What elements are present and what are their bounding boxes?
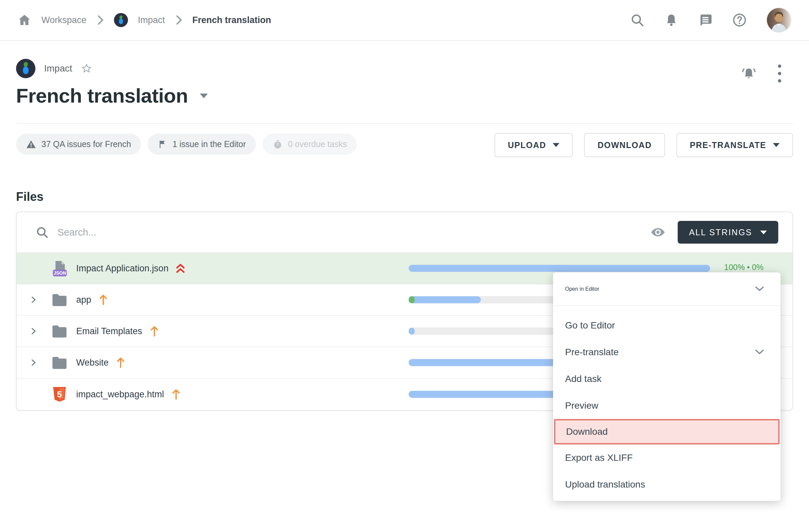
project-logo (16, 59, 35, 78)
flag-icon (158, 139, 167, 149)
help-icon[interactable] (732, 13, 747, 28)
menu-item-pre-translate[interactable]: Pre-translate (553, 339, 780, 365)
chevron-down-icon (755, 286, 764, 292)
user-avatar[interactable] (766, 7, 792, 33)
translated-progress-fill (409, 296, 481, 304)
menu-item-label: Open in Editor (565, 286, 599, 292)
file-context-menu: Open in Editor Go to Editor Pre-translat… (553, 272, 780, 501)
translated-progress-fill (409, 328, 415, 335)
files-search-row: ALL STRINGS (17, 212, 792, 253)
overdue-tasks-label: 0 overdue tasks (288, 139, 347, 149)
star-favorite-icon[interactable] (81, 63, 92, 74)
project-logo-small (114, 13, 128, 27)
stopwatch-icon (273, 139, 283, 149)
menu-item-label: Upload translations (565, 479, 645, 490)
priority-high-icon (171, 389, 181, 400)
breadcrumb-workspace[interactable]: Workspace (41, 15, 87, 25)
menu-item-preview[interactable]: Preview (553, 392, 780, 419)
approved-progress-fill (409, 296, 415, 304)
breadcrumb: Workspace Impact French translation (17, 13, 271, 27)
json-file-icon: JSON (49, 259, 69, 278)
page-title: French translation (16, 84, 188, 107)
search-icon (35, 226, 49, 239)
chevron-right-icon (175, 15, 183, 25)
menu-item-label: Pre-translate (565, 347, 619, 358)
breadcrumb-french-translation: French translation (192, 15, 271, 25)
download-button[interactable]: DOWNLOAD (584, 133, 665, 157)
pre-translate-dropdown-caret-icon (773, 143, 779, 147)
files-search-input[interactable] (49, 227, 650, 238)
menu-item-label: Go to Editor (565, 320, 615, 331)
qa-issues-badge[interactable]: 37 QA issues for French (16, 134, 141, 155)
title-dropdown-caret-icon[interactable] (200, 93, 208, 98)
folder-icon (49, 325, 69, 338)
header-divider (16, 123, 793, 124)
files-section-title: Files (16, 190, 44, 204)
priority-high-icon (99, 294, 108, 305)
all-strings-label: ALL STRINGS (689, 227, 752, 237)
all-strings-caret-icon (760, 230, 767, 234)
folder-icon (49, 293, 69, 306)
folder-name: Website (76, 358, 108, 368)
expand-chevron-icon[interactable] (26, 359, 41, 366)
file-name: Impact Application.json (76, 263, 168, 274)
menu-item-download[interactable]: Download (554, 419, 779, 444)
priority-high-icon (116, 357, 125, 368)
editor-issues-label: 1 issue in the Editor (172, 139, 246, 149)
upload-button-label: UPLOAD (508, 140, 546, 150)
qa-issues-label: 37 QA issues for French (41, 139, 131, 149)
menu-item-add-task[interactable]: Add task (553, 365, 780, 392)
menu-item-label: Add task (565, 374, 602, 384)
top-navigation-bar: Workspace Impact French translation (0, 0, 809, 41)
translated-progress-fill (409, 265, 710, 272)
menu-item-go-to-editor[interactable]: Go to Editor (553, 312, 780, 339)
priority-high-icon (150, 325, 159, 337)
eye-visibility-icon[interactable] (650, 225, 666, 240)
menu-item-export-as-xliff[interactable]: Export as XLIFF (553, 444, 780, 471)
menu-item-label: Preview (565, 400, 599, 411)
file-name: impact_webpage.html (76, 389, 164, 400)
svg-text:JSON: JSON (53, 270, 66, 276)
messages-icon[interactable] (698, 13, 713, 28)
html-file-icon: 5 (49, 386, 69, 402)
menu-item-label: Download (566, 426, 608, 437)
menu-item-open-in-editor[interactable]: Open in Editor (553, 272, 780, 305)
svg-text:5: 5 (57, 389, 62, 399)
folder-name: app (76, 295, 91, 305)
overdue-tasks-badge: 0 overdue tasks (263, 134, 357, 155)
breadcrumb-impact[interactable]: Impact (138, 15, 165, 25)
priority-highest-icon (176, 263, 185, 274)
search-icon[interactable] (630, 13, 644, 28)
warning-triangle-icon (26, 139, 36, 149)
progress-stats: 100% • 0% (717, 263, 771, 272)
all-strings-filter-button[interactable]: ALL STRINGS (678, 221, 778, 244)
progress-bar (409, 265, 710, 272)
menu-item-upload-translations[interactable]: Upload translations (553, 471, 780, 498)
notifications-bell-icon[interactable] (664, 13, 679, 28)
chevron-down-icon (755, 349, 764, 356)
project-more-options-kebab-icon[interactable] (778, 64, 781, 84)
project-notifications-bell-icon[interactable] (741, 66, 757, 82)
pre-translate-button[interactable]: PRE-TRANSLATE (676, 133, 793, 157)
upload-button[interactable]: UPLOAD (495, 133, 573, 157)
folder-name: Email Templates (76, 326, 142, 337)
download-button-label: DOWNLOAD (598, 140, 652, 150)
expand-chevron-icon[interactable] (26, 296, 41, 304)
chevron-right-icon (97, 15, 104, 25)
editor-issues-badge[interactable]: 1 issue in the Editor (148, 134, 256, 155)
home-icon[interactable] (17, 13, 31, 27)
project-name[interactable]: Impact (44, 63, 72, 74)
folder-icon (49, 356, 69, 369)
expand-chevron-icon[interactable] (26, 327, 41, 335)
upload-dropdown-caret-icon (553, 143, 560, 147)
menu-item-label: Export as XLIFF (565, 452, 633, 463)
pre-translate-button-label: PRE-TRANSLATE (690, 140, 766, 150)
